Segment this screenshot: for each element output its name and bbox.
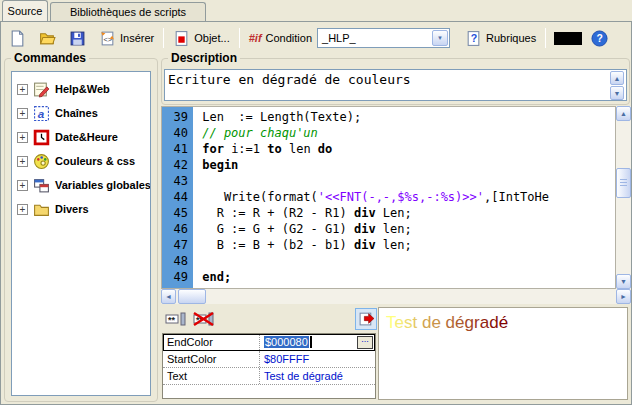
property-row-startcolor[interactable]: StartColor$80FFFF [163,351,375,368]
new-document-button[interactable] [8,27,27,49]
couleurs-css-icon [33,153,51,170]
vertical-scroll-thumb[interactable] [616,168,631,198]
inserer-button[interactable]: <> Insérer [98,27,155,49]
editor-vertical-scrollbar[interactable]: ▲ ▼ [616,106,631,289]
delete-field-button[interactable]: ** [191,309,217,330]
code-line[interactable]: end; [195,269,615,285]
rubriques-button[interactable]: ? Rubriques [464,27,537,49]
tab-bibliotheques-de-scripts[interactable]: Bibliothèques de scripts [50,2,206,21]
code-line[interactable]: G := G + (G2 - G1) div len; [195,221,615,237]
commandes-tree: +Help&Web+aChaînes+Date&Heure+Couleurs &… [11,71,151,396]
svg-text:?: ? [597,33,603,44]
save-button[interactable] [68,27,87,49]
property-value[interactable]: Test de dégradé [260,370,375,382]
condition-combobox[interactable]: _HLP_ ▼ [317,28,450,48]
line-number: 45 [162,205,193,221]
code-line[interactable]: Write(format('<<FNT(-,-,$%s,-:%s)>>',[In… [195,189,615,205]
help-button[interactable]: ? [590,27,609,49]
toolbar-separator [239,28,240,48]
tab-source-label: Source [8,5,43,17]
tree-item-help-web[interactable]: +Help&Web [12,77,150,101]
insert-field-button[interactable]: ** [163,309,189,330]
horizontal-scroll-thumb[interactable] [178,289,206,304]
ellipsis-button[interactable]: ... [357,336,373,349]
chevron-down-icon[interactable]: ▼ [432,30,448,46]
code-line[interactable]: B := B + (b2 - b1) div len; [195,237,615,253]
chaines-icon: a [33,105,51,122]
expand-plus-icon[interactable]: + [17,108,28,119]
code-line[interactable] [195,253,615,269]
condition-button[interactable]: #if Condition [248,27,313,49]
code-line[interactable]: R := R + (R2 - R1) div Len; [195,205,615,221]
open-file-button[interactable] [38,27,57,49]
line-number: 46 [162,221,193,237]
help-page-icon: ? [465,30,482,47]
new-document-icon [9,30,26,47]
tree-item-label: Date&Heure [55,131,118,143]
scroll-right-icon[interactable]: ► [616,289,631,304]
svg-text:<>: <> [103,34,112,43]
date-heure-icon [33,129,51,146]
code-line[interactable] [195,173,615,189]
scroll-down-icon[interactable]: ▼ [616,274,631,289]
field-icon: ** [165,311,187,329]
toolbar-separator [545,28,546,48]
tree-item-chaines[interactable]: +aChaînes [12,101,150,125]
line-number: 42 [162,157,193,173]
toolbar: <> Insérer Objet... #if Condition _HLP_ … [1,25,631,51]
tree-item-variables-globales[interactable]: +Variables globales [12,173,150,197]
expand-plus-icon[interactable]: + [17,132,28,143]
scroll-down-icon[interactable]: ▼ [610,86,624,100]
tree-item-date-heure[interactable]: +Date&Heure [12,125,150,149]
inserer-label: Insérer [120,32,154,44]
color-swatch[interactable] [554,32,582,45]
expand-plus-icon[interactable]: + [17,204,28,215]
objet-button[interactable]: Objet... [172,27,230,49]
description-textbox[interactable]: Ecriture en dégradé de couleurs ▲ ▼ [164,69,627,101]
scroll-up-icon[interactable]: ▲ [616,106,631,121]
property-name: EndColor [163,334,260,350]
code-lines: Len := Length(Texte); // pour chaqu'un f… [195,107,615,288]
property-value[interactable]: $80FFFF [260,353,375,365]
code-line[interactable]: for i:=1 to len do [195,141,615,157]
scroll-up-icon[interactable]: ▲ [610,71,624,85]
line-number-gutter: 3940414243444546474849 [162,107,195,288]
description-title: Description [168,51,240,65]
tab-source[interactable]: Source [2,0,48,21]
code-line[interactable]: // pour chaqu'un [195,125,615,141]
divers-icon [33,201,51,218]
tree-item-label: Help&Web [55,83,110,95]
description-scrollbar: ▲ ▼ [610,71,625,101]
line-number: 39 [162,109,193,125]
line-number: 43 [162,173,193,189]
editor-horizontal-scrollbar[interactable]: ◄ ► [161,289,631,304]
line-number: 41 [162,141,193,157]
line-number: 44 [162,189,193,205]
line-number: 40 [162,125,193,141]
object-icon [173,30,190,47]
condition-label: Condition [266,32,312,44]
code-line[interactable]: begin [195,157,615,173]
parameters-panel: ** ** EndColor$000080...StartColor$80FFF… [161,307,631,403]
svg-text:a: a [38,106,45,119]
property-value[interactable]: $000080... [260,336,375,349]
expand-plus-icon[interactable]: + [17,84,28,95]
variables-globales-icon [33,177,51,194]
scroll-left-icon[interactable]: ◄ [161,289,176,304]
tree-item-couleurs-css[interactable]: +Couleurs & css [12,149,150,173]
save-floppy-icon [69,30,86,47]
expand-plus-icon[interactable]: + [17,180,28,191]
description-groupbox: Description Ecriture en dégradé de coule… [161,58,630,105]
tree-item-label: Variables globales [55,179,151,191]
code-line[interactable]: Len := Length(Texte); [195,109,615,125]
tree-item-label: Divers [55,203,89,215]
tree-item-divers[interactable]: +Divers [12,197,150,221]
toolbar-separator [163,28,164,48]
code-editor: 3940414243444546474849 Len := Length(Tex… [161,106,631,304]
expand-plus-icon[interactable]: + [17,156,28,167]
insert-arrow-icon [358,310,375,329]
insert-into-code-button[interactable] [355,308,377,330]
property-row-text[interactable]: TextTest de dégradé [163,368,375,385]
code-area[interactable]: 3940414243444546474849 Len := Length(Tex… [161,106,616,289]
property-row-endcolor[interactable]: EndColor$000080... [163,334,375,351]
